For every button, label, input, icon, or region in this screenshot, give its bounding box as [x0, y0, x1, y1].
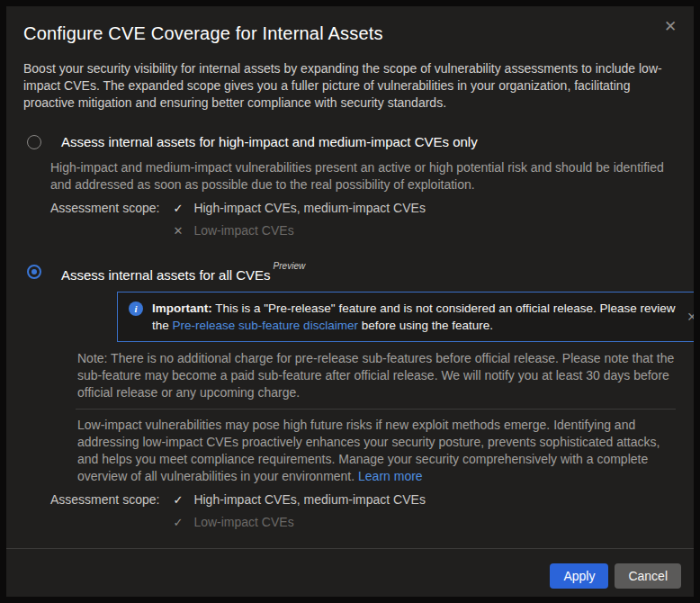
dialog-footer: Apply Cancel — [6, 548, 694, 597]
prerelease-disclaimer-link[interactable]: Pre-release sub-feature disclaimer — [173, 319, 358, 332]
check-icon: ✓ — [173, 200, 185, 217]
assessment-scope-high-medium: Assessment scope: ✓ High-impact CVEs, me… — [50, 200, 676, 239]
configure-cve-coverage-dialog: Configure CVE Coverage for Internal Asse… — [6, 6, 694, 597]
check-icon: ✓ — [173, 514, 185, 531]
option-all-cves-label-text: Assess internal assets for all CVEs — [61, 267, 271, 283]
radio-high-medium[interactable] — [27, 135, 41, 149]
option-high-medium-description: High-impact and medium-impact vulnerabil… — [50, 159, 676, 194]
prerelease-info-banner: i Important: This is a "Pre-release" fea… — [117, 292, 694, 342]
apply-button[interactable]: Apply — [550, 563, 608, 589]
cancel-button[interactable]: Cancel — [615, 563, 681, 589]
assessment-scope-all: Assessment scope: ✓ High-impact CVEs, me… — [50, 491, 676, 531]
scope-included-text: High-impact CVEs, medium-impact CVEs — [193, 491, 426, 508]
scope-included-text: High-impact CVEs, medium-impact CVEs — [193, 200, 426, 217]
preview-badge: Preview — [274, 261, 306, 271]
dialog-intro-text: Boost your security visibility for inter… — [23, 60, 676, 112]
banner-dismiss-icon[interactable]: ✕ — [687, 310, 694, 324]
scope-excluded-row: ✕ Low-impact CVEs — [173, 222, 426, 239]
radio-all-cves[interactable] — [27, 265, 41, 279]
cross-icon: ✕ — [173, 222, 185, 239]
assessment-scope-label: Assessment scope: — [50, 491, 159, 508]
option-all-cves-label[interactable]: Assess internal assets for all CVEsPrevi… — [61, 263, 305, 284]
scope-included-low-text: Low-impact CVEs — [193, 514, 293, 531]
option-high-medium-label[interactable]: Assess internal assets for high-impact a… — [61, 133, 478, 151]
banner-text: Important: This is a "Pre-release" featu… — [152, 300, 676, 334]
info-icon: i — [129, 302, 143, 316]
close-icon[interactable]: ✕ — [660, 15, 681, 37]
scope-included-row: ✓ High-impact CVEs, medium-impact CVEs — [173, 200, 426, 217]
check-icon: ✓ — [173, 491, 185, 508]
dialog-title: Configure CVE Coverage for Internal Asse… — [23, 21, 676, 46]
option-all-cves-row[interactable]: Assess internal assets for all CVEsPrevi… — [27, 263, 676, 284]
scope-rows: ✓ High-impact CVEs, medium-impact CVEs ✓… — [173, 491, 426, 531]
assessment-scope-label: Assessment scope: — [50, 200, 159, 217]
banner-text-after-link: before using the feature. — [362, 319, 493, 332]
option-all-cves-content: i Important: This is a "Pre-release" fea… — [50, 292, 676, 531]
prerelease-note-text: Note: There is no additional charge for … — [77, 350, 676, 401]
scope-included-row: ✓ High-impact CVEs, medium-impact CVEs — [173, 491, 426, 508]
section-divider — [76, 409, 676, 410]
low-impact-description: Low-impact vulnerabilities may pose high… — [77, 417, 676, 485]
banner-important-label: Important: — [152, 302, 212, 315]
option-high-medium-content: High-impact and medium-impact vulnerabil… — [50, 159, 676, 239]
scope-rows: ✓ High-impact CVEs, medium-impact CVEs ✕… — [173, 200, 426, 239]
dialog-body: Configure CVE Coverage for Internal Asse… — [6, 6, 694, 548]
option-high-medium-row[interactable]: Assess internal assets for high-impact a… — [27, 133, 676, 151]
scope-included-low-row: ✓ Low-impact CVEs — [173, 514, 426, 531]
learn-more-link[interactable]: Learn more — [358, 469, 423, 483]
scope-excluded-text: Low-impact CVEs — [193, 222, 293, 239]
